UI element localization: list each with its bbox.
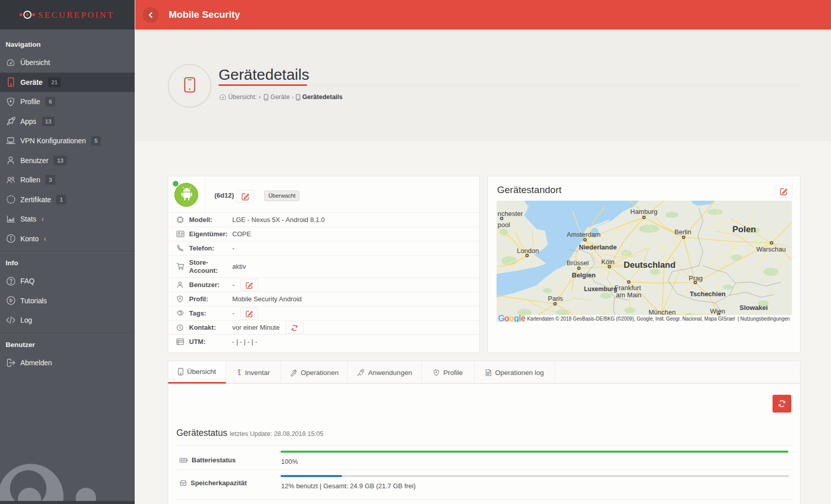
svg-text:Polen: Polen (732, 225, 756, 234)
svg-text:Frankfurt: Frankfurt (614, 284, 641, 292)
svg-text:Deutschland: Deutschland (624, 260, 675, 270)
svg-text:Paris: Paris (548, 295, 563, 302)
svg-text:Berlin: Berlin (674, 228, 691, 236)
svg-text:Hamburg: Hamburg (630, 208, 657, 215)
svg-text:am Main: am Main (616, 291, 641, 299)
svg-text:Prag: Prag (689, 274, 702, 282)
svg-text:Niederlande: Niederlande (579, 243, 617, 251)
svg-text:Warschau: Warschau (756, 245, 786, 253)
svg-text:pool: pool (498, 221, 510, 229)
svg-text:g: g (514, 313, 519, 322)
svg-text:Belgien: Belgien (572, 271, 596, 279)
svg-text:Kartendaten © 2018 GeoBasis-DE: Kartendaten © 2018 GeoBasis-DE/BKG (©200… (527, 316, 790, 322)
svg-text:Slowakei: Slowakei (740, 304, 768, 311)
svg-text:e: e (521, 313, 526, 322)
svg-text:Tschechien: Tschechien (690, 290, 726, 298)
svg-text:London: London (517, 247, 539, 255)
svg-text:München: München (649, 308, 675, 316)
svg-text:o: o (509, 313, 514, 322)
svg-text:Luxemburg: Luxemburg (584, 286, 617, 293)
svg-text:G: G (498, 313, 505, 322)
svg-text:nchester: nchester (498, 210, 524, 217)
svg-text:Brüssel: Brüssel (567, 259, 589, 267)
svg-text:Köln: Köln (601, 258, 614, 266)
svg-text:Amsterdam: Amsterdam (567, 231, 600, 238)
svg-text:o: o (505, 313, 509, 322)
